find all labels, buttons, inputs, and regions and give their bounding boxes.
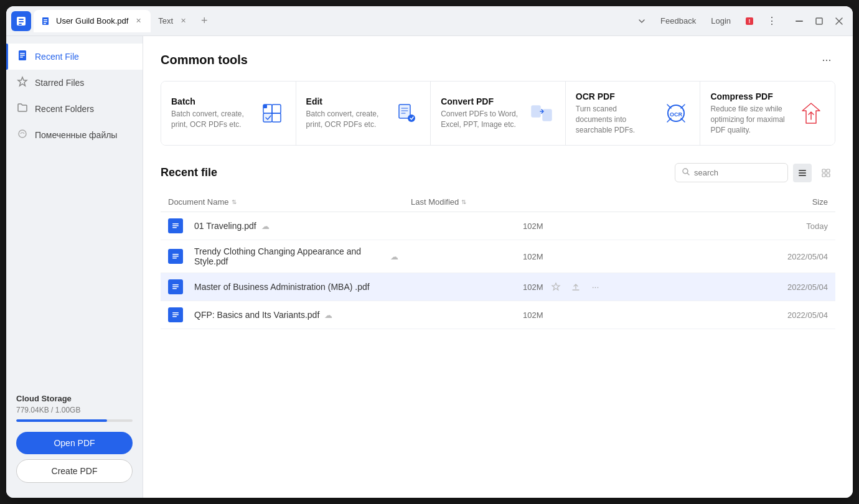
sort-modified-icon[interactable]: ⇅	[461, 198, 466, 205]
svg-rect-14	[20, 55, 25, 56]
more-options-icon[interactable]: ⋮	[763, 12, 781, 30]
svg-point-22	[408, 114, 415, 122]
file1-date: Today	[753, 222, 828, 231]
svg-rect-49	[172, 312, 179, 314]
file2-cloud-icon: ☁	[390, 252, 398, 261]
tab1-close[interactable]: ✕	[133, 16, 143, 26]
file-table: Document Name ⇅ Last Modified ⇅ Size	[161, 192, 835, 329]
sort-name-icon[interactable]: ⇅	[232, 198, 237, 205]
search-icon	[682, 167, 690, 178]
view-grid-button[interactable]	[817, 164, 835, 182]
dropdown-icon[interactable]	[633, 12, 650, 30]
common-tools-title: Common tools	[161, 53, 248, 67]
file3-name: Master of Business Administration (MBA) …	[168, 279, 398, 294]
title-bar-actions: Feedback Login ! ⋮	[633, 12, 848, 30]
svg-rect-5	[44, 19, 47, 21]
tool-convert-pdf-desc: Convert PDFs to Word, Excel, PPT, Image …	[441, 109, 519, 130]
title-bar: User Guild Book.pdf ✕ Text ✕ + Feedback …	[6, 6, 853, 36]
tool-batch-text: Batch Batch convert, create, print, OCR …	[171, 96, 250, 130]
close-button[interactable]	[830, 12, 848, 30]
marked-files-icon	[16, 128, 29, 142]
svg-rect-3	[19, 24, 22, 25]
maximize-button[interactable]	[810, 12, 828, 30]
tool-compress-pdf-text: Compress PDF Reduce file size while opti…	[710, 91, 789, 135]
svg-rect-17	[263, 105, 267, 108]
sidebar-item-recent-file[interactable]: Recent File	[6, 44, 143, 70]
svg-rect-34	[822, 174, 825, 177]
svg-rect-42	[172, 256, 179, 257]
svg-rect-18	[272, 105, 281, 113]
open-pdf-button[interactable]: Open PDF	[16, 432, 133, 454]
file2-date: 2022/05/04	[753, 252, 828, 261]
svg-rect-7	[44, 23, 46, 24]
create-pdf-button[interactable]: Create PDF	[16, 459, 133, 483]
svg-rect-10	[796, 21, 803, 22]
recent-folders-icon	[16, 102, 29, 116]
tool-compress-pdf[interactable]: Compress PDF Reduce file size while opti…	[700, 82, 835, 145]
svg-rect-20	[263, 113, 272, 122]
sidebar-item-starred-files-label: Starred Files	[35, 78, 84, 88]
table-row[interactable]: 01 Traveling.pdf ☁ 102M Today	[161, 212, 835, 240]
sidebar-item-starred-files[interactable]: Starred Files	[6, 70, 143, 96]
minimize-button[interactable]	[791, 12, 808, 30]
tool-ocr-pdf-name: OCR PDF	[576, 91, 654, 101]
tool-edit-icon	[393, 100, 420, 127]
table-row[interactable]: Trendy Clothing Changing Appearance and …	[161, 240, 835, 273]
tool-batch[interactable]: Batch Batch convert, create, print, OCR …	[161, 82, 296, 145]
col-modified-header: Last Modified ⇅	[411, 197, 535, 207]
tool-edit-desc: Batch convert, create, print, OCR PDFs e…	[306, 109, 385, 130]
notifications-icon[interactable]: !	[741, 12, 758, 30]
table-header: Document Name ⇅ Last Modified ⇅ Size	[161, 192, 835, 212]
search-input[interactable]	[694, 168, 781, 177]
file3-upload-button[interactable]	[568, 279, 583, 294]
tab-add-button[interactable]: +	[195, 12, 213, 30]
file2-name: Trendy Clothing Changing Appearance and …	[168, 246, 398, 266]
common-tools-header: Common tools ···	[161, 51, 835, 68]
file3-star-button[interactable]	[548, 279, 563, 294]
tool-ocr-pdf[interactable]: OCR PDF Turn scaned documents into searc…	[566, 82, 701, 145]
tool-compress-pdf-desc: Reduce file size while optimizing for ma…	[710, 104, 789, 135]
tool-batch-icon	[258, 100, 286, 127]
file4-icon	[168, 307, 183, 322]
login-button[interactable]: Login	[706, 14, 736, 28]
file4-size: 102M	[523, 310, 543, 320]
tab1-label: User Guild Book.pdf	[56, 16, 128, 26]
tab2-close[interactable]: ✕	[178, 16, 188, 26]
view-list-button[interactable]	[793, 164, 812, 182]
recent-file-title: Recent file	[161, 166, 217, 179]
main-layout: Recent File Starred Files Recent Folders	[6, 36, 853, 498]
sidebar-item-marked-files[interactable]: Помеченные файлы	[6, 122, 143, 148]
svg-rect-1	[19, 19, 24, 20]
file3-more-button[interactable]: ···	[588, 279, 603, 294]
table-row[interactable]: QFP: Basics and Its Variants.pdf ☁ 102M …	[161, 301, 835, 329]
svg-rect-19	[272, 113, 281, 122]
file4-date: 2022/05/04	[753, 310, 828, 320]
table-row[interactable]: Master of Business Administration (MBA) …	[161, 273, 835, 301]
svg-text:OCR: OCR	[670, 111, 683, 118]
tab-text[interactable]: Text ✕	[151, 10, 195, 32]
svg-rect-47	[172, 288, 177, 289]
file1-icon	[168, 218, 183, 233]
common-tools-more-button[interactable]: ···	[818, 51, 835, 68]
svg-rect-11	[816, 18, 822, 24]
tool-batch-desc: Batch convert, create, print, OCR PDFs e…	[171, 109, 250, 130]
file1-cloud-icon: ☁	[261, 222, 270, 231]
svg-rect-30	[799, 172, 806, 174]
feedback-button[interactable]: Feedback	[655, 14, 701, 28]
svg-rect-50	[172, 314, 179, 315]
file4-name-text: QFP: Basics and Its Variants.pdf	[194, 310, 319, 320]
tool-compress-pdf-name: Compress PDF	[710, 91, 789, 101]
sidebar-item-recent-folders[interactable]: Recent Folders	[6, 96, 143, 122]
tool-ocr-pdf-desc: Turn scaned documents into searchable PD…	[576, 104, 654, 135]
tool-edit[interactable]: Edit Batch convert, create, print, OCR P…	[296, 82, 431, 145]
svg-rect-29	[799, 170, 806, 171]
starred-files-icon	[16, 76, 29, 90]
svg-rect-51	[172, 316, 177, 317]
tool-convert-pdf[interactable]: Convert PDF Convert PDFs to Word, Excel,…	[431, 82, 566, 145]
svg-rect-13	[20, 53, 25, 54]
svg-rect-23	[532, 106, 540, 117]
sidebar-item-recent-folders-label: Recent Folders	[35, 104, 94, 114]
file4-cloud-icon: ☁	[324, 310, 332, 320]
svg-rect-33	[827, 169, 830, 172]
tab-user-guild-book[interactable]: User Guild Book.pdf ✕	[34, 10, 151, 32]
